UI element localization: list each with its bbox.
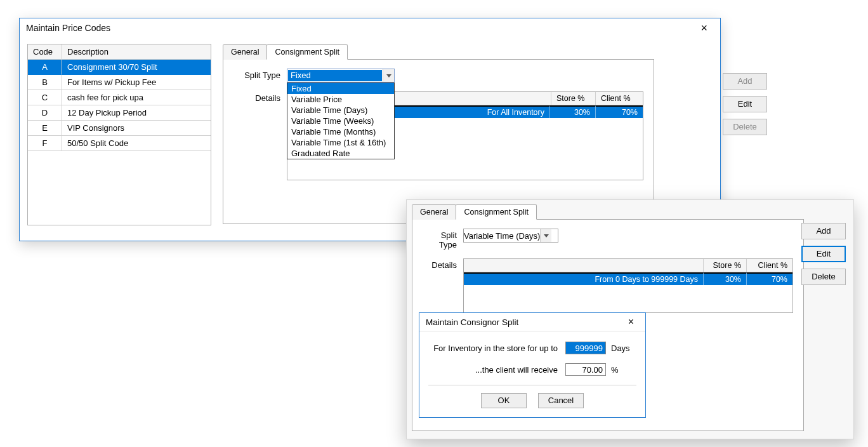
cancel-button[interactable]: Cancel: [538, 393, 584, 408]
split-type-value: Variable Time (Days): [464, 231, 540, 241]
table-row[interactable]: F 50/50 Split Code: [28, 136, 211, 151]
details-header-store: Store %: [551, 92, 596, 105]
table-row[interactable]: A Consignment 30/70 Split: [28, 60, 211, 75]
chevron-down-icon[interactable]: [540, 229, 551, 242]
details-row[interactable]: From 0 Days to 999999 Days 30% 70%: [464, 272, 792, 285]
delete-button[interactable]: Delete: [801, 269, 846, 285]
edit-button[interactable]: Edit: [801, 246, 846, 262]
details-header-store: Store %: [704, 259, 747, 272]
table-row[interactable]: B For Items w/ Pickup Fee: [28, 75, 211, 90]
dropdown-option[interactable]: Variable Time (1st & 16th): [287, 137, 394, 148]
details-grid[interactable]: Store % Client % From 0 Days to 999999 D…: [463, 258, 793, 313]
dropdown-option[interactable]: Graduated Rate: [287, 148, 394, 159]
details-header-client: Client %: [747, 259, 792, 272]
dialog-percent-label: ...the client will receive: [428, 365, 560, 375]
add-button[interactable]: Add: [723, 73, 767, 90]
dialog-title: Maintain Consignor Split: [426, 317, 518, 327]
dropdown-option[interactable]: Variable Time (Weeks): [287, 116, 394, 126]
titlebar: Maintain Price Codes ×: [20, 18, 720, 37]
percent-input[interactable]: [565, 363, 606, 376]
close-icon[interactable]: ×: [622, 316, 640, 328]
dropdown-option[interactable]: Variable Price: [287, 94, 394, 105]
table-row[interactable]: E VIP Consignors: [28, 121, 211, 136]
split-type-dropdown-list[interactable]: Fixed Variable Price Variable Time (Days…: [287, 83, 395, 159]
divider: [428, 385, 636, 385]
details-label: Details: [233, 91, 287, 103]
tab-consignment-split[interactable]: Consignment Split: [456, 204, 536, 220]
close-icon[interactable]: ×: [694, 22, 714, 34]
days-input[interactable]: [565, 342, 606, 354]
split-type-label: Split Type: [423, 229, 463, 250]
details-header-blank: [464, 259, 704, 272]
codes-header-code: Code: [28, 44, 62, 60]
add-button[interactable]: Add: [801, 223, 846, 239]
dropdown-option[interactable]: Fixed: [287, 83, 394, 94]
codes-table[interactable]: Code Description A Consignment 30/70 Spl…: [27, 44, 211, 225]
codes-header-description: Description: [62, 44, 211, 60]
maintain-consignor-split-dialog: Maintain Consignor Split × For Inventory…: [419, 312, 646, 418]
split-type-combo[interactable]: Variable Time (Days): [463, 229, 558, 243]
tab-general[interactable]: General: [223, 44, 267, 60]
dropdown-option[interactable]: Variable Time (Months): [287, 126, 394, 137]
delete-button[interactable]: Delete: [723, 119, 767, 135]
ok-button[interactable]: OK: [481, 393, 527, 408]
percent-unit: %: [611, 365, 636, 375]
split-type-value: Fixed: [288, 70, 382, 81]
details-label: Details: [423, 258, 463, 270]
chevron-down-icon[interactable]: [383, 69, 394, 82]
table-row[interactable]: C cash fee for pick upa: [28, 90, 211, 105]
tab-general[interactable]: General: [412, 204, 456, 220]
dropdown-option[interactable]: Variable Time (Days): [287, 105, 394, 116]
days-unit: Days: [611, 344, 636, 353]
table-row[interactable]: D 12 Day Pickup Period: [28, 105, 211, 121]
dialog-days-label: For Inventory in the store for up to: [428, 344, 560, 353]
details-header-client: Client %: [596, 92, 643, 105]
secondary-panel: General Consignment Split Split Type Var…: [406, 199, 854, 439]
tab-consignment-split[interactable]: Consignment Split: [266, 44, 347, 60]
split-type-combo[interactable]: Fixed Fixed Variable Price Variable Time…: [287, 69, 395, 83]
window-title: Maintain Price Codes: [26, 23, 110, 33]
tab-panel: General Consignment Split Split Type Fix…: [223, 44, 713, 225]
split-type-label: Split Type: [233, 69, 287, 80]
edit-button[interactable]: Edit: [723, 96, 767, 112]
